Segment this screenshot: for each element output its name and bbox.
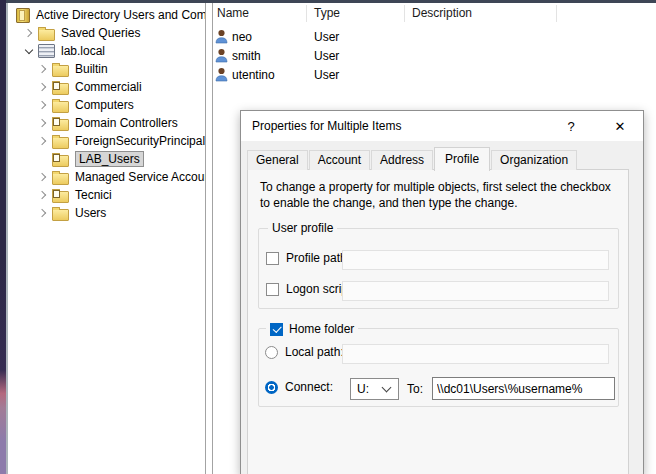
column-separator[interactable] [556, 5, 557, 22]
tree-item-label: Domain Controllers [75, 115, 178, 131]
user-profile-group: User profile Profile path: Logon script: [258, 228, 619, 309]
user-icon [215, 48, 228, 63]
close-icon[interactable]: ✕ [603, 114, 637, 139]
user-profile-legend: User profile [268, 221, 337, 236]
column-header-name[interactable]: Name [217, 3, 249, 23]
list-row-smith[interactable]: smith User [213, 46, 656, 65]
chevron-right-icon[interactable] [38, 82, 48, 92]
ou-folder-icon [52, 83, 69, 95]
list-row-utentino[interactable]: utentino User [213, 65, 656, 84]
local-path-row: Local path: [265, 345, 344, 359]
dialog-title: Properties for Multiple Items [252, 119, 401, 133]
connect-label: Connect: [285, 380, 333, 394]
folder-icon [52, 209, 69, 221]
profile-path-checkbox[interactable] [266, 252, 279, 265]
list-row-neo[interactable]: neo User [213, 27, 656, 46]
home-folder-path-input[interactable] [432, 377, 615, 400]
drive-letter-select[interactable]: U: [350, 378, 399, 400]
folder-icon [52, 101, 69, 113]
home-folder-label: Home folder [289, 322, 354, 336]
list-cell-name: neo [232, 30, 252, 44]
chevron-right-icon[interactable] [38, 100, 48, 110]
tab-account[interactable]: Account [309, 150, 370, 170]
list-cell-name: smith [232, 49, 261, 63]
local-path-label: Local path: [285, 345, 344, 359]
chevron-right-icon[interactable] [24, 28, 34, 38]
dialog-description: To change a property for multiple object… [260, 180, 618, 211]
folder-icon [52, 65, 69, 77]
connect-row: Connect: [265, 380, 333, 394]
tree-item-computers[interactable]: Computers [8, 96, 206, 114]
chevron-right-icon[interactable] [38, 172, 48, 182]
chevron-right-icon[interactable] [38, 64, 48, 74]
help-button[interactable]: ? [559, 116, 583, 138]
tree-item-label: Active Directory Users and Com [36, 7, 206, 23]
drive-letter-value: U: [351, 382, 383, 396]
folder-icon [52, 137, 69, 149]
list-cell-type: User [314, 68, 339, 82]
local-path-radio[interactable] [265, 346, 278, 359]
user-icon [215, 67, 228, 82]
connect-radio[interactable] [265, 381, 278, 394]
logon-script-checkbox[interactable] [266, 283, 279, 296]
domain-icon [38, 44, 55, 58]
dialog-titlebar[interactable]: Properties for Multiple Items ? ✕ [241, 111, 643, 141]
column-header-description[interactable]: Description [412, 3, 472, 23]
tree-item-managed-service-accounts[interactable]: Managed Service Accoun [8, 168, 206, 186]
console-tree-panel: Active Directory Users and Com Saved Que… [8, 3, 206, 474]
tree-item-commerciali[interactable]: Commerciali [8, 78, 206, 96]
home-folder-group: Home folder Local path: Connect: U: To: [258, 328, 619, 407]
folder-icon [38, 29, 55, 41]
tab-profile[interactable]: Profile [434, 147, 490, 171]
ou-folder-icon [52, 119, 69, 131]
chevron-right-icon[interactable] [38, 136, 48, 146]
tree-item-label: Saved Queries [61, 25, 140, 41]
list-cell-type: User [314, 30, 339, 44]
tab-general[interactable]: General [247, 150, 308, 170]
tree-item-label: lab.local [61, 43, 105, 59]
column-separator[interactable] [404, 5, 405, 22]
column-separator[interactable] [306, 5, 307, 22]
tree-item-label: Tecnici [75, 187, 112, 203]
tab-address[interactable]: Address [371, 150, 433, 170]
tree-item-users[interactable]: Users [8, 204, 206, 222]
chevron-right-icon[interactable] [38, 190, 48, 200]
tree-item-root[interactable]: Active Directory Users and Com [8, 6, 206, 24]
tree-item-builtin[interactable]: Builtin [8, 60, 206, 78]
chevron-right-icon[interactable] [38, 118, 48, 128]
tab-strip: General Account Address Profile Organiza… [247, 146, 637, 170]
tree-item-label: Computers [75, 97, 134, 113]
user-icon [215, 29, 228, 44]
tree-item-label: ForeignSecurityPrincipals [75, 133, 206, 149]
list-cell-type: User [314, 49, 339, 63]
tree-item-label: Users [75, 205, 106, 221]
list-cell-name: utentino [232, 68, 275, 82]
local-path-input[interactable] [342, 344, 609, 364]
home-folder-checkbox[interactable] [270, 323, 283, 336]
tab-organization[interactable]: Organization [491, 150, 577, 170]
profile-path-row: Profile path: [266, 251, 350, 265]
tree-item-label: Commerciali [75, 79, 142, 95]
panel-splitter[interactable] [206, 3, 213, 474]
ou-folder-icon [52, 191, 69, 203]
tree-item-lab-users[interactable]: LAB_Users [8, 150, 206, 168]
tree-item-domain-controllers[interactable]: Domain Controllers [8, 114, 206, 132]
tree-item-tecnici[interactable]: Tecnici [8, 186, 206, 204]
chevron-down-icon [382, 383, 392, 393]
aduc-window: Active Directory Users and Com Saved Que… [0, 0, 656, 474]
tree-item-label: Managed Service Accoun [75, 169, 206, 185]
home-folder-legend-row: Home folder [266, 322, 358, 336]
tree-item-saved-queries[interactable]: Saved Queries [8, 24, 206, 42]
ou-folder-icon [52, 155, 69, 167]
chevron-down-icon[interactable] [24, 46, 34, 56]
tree-item-label: Builtin [75, 61, 108, 77]
tree-item-label-selected: LAB_Users [75, 151, 144, 167]
chevron-right-icon[interactable] [38, 208, 48, 218]
properties-dialog: Properties for Multiple Items ? ✕ Genera… [240, 110, 644, 474]
tree-item-foreign-security-principals[interactable]: ForeignSecurityPrincipals [8, 132, 206, 150]
tree-item-lab-local[interactable]: lab.local [8, 42, 206, 60]
profile-path-input[interactable] [342, 250, 609, 270]
profile-path-label: Profile path: [286, 251, 350, 265]
column-header-type[interactable]: Type [314, 3, 340, 23]
logon-script-input[interactable] [342, 281, 609, 301]
